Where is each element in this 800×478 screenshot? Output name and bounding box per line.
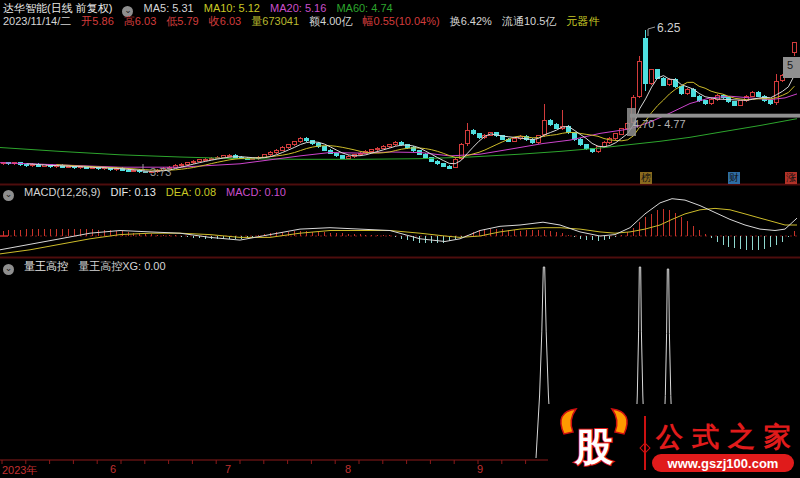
symbol-title: 达华智能(日线 前复权)	[3, 2, 112, 14]
quote-close: 收6.03	[209, 15, 241, 27]
price-high-annotation: 6.25	[657, 21, 680, 35]
quote-volume: 量673041	[251, 15, 299, 27]
x-axis-label: 7	[225, 463, 231, 475]
chart-application: 达华智能(日线 前复权) ⌄ MA5: 5.31 MA10: 5.12 MA20…	[0, 0, 800, 478]
macd-histogram	[0, 209, 800, 249]
tab-badge-rank[interactable]: 榜	[640, 172, 652, 184]
tab-badge-rise[interactable]: 涨	[785, 172, 797, 184]
ma5-value: MA5: 5.31	[144, 2, 194, 14]
quote-low: 低5.79	[166, 15, 198, 27]
quote-float: 流通10.5亿	[502, 15, 556, 27]
site-watermark: 股公式之家www.gszj100.com	[548, 404, 800, 478]
signal-indicator-name: 量王高控	[24, 260, 68, 272]
tab-badge-finance[interactable]: 财	[728, 172, 740, 184]
macd-dif-value: DIF: 0.13	[111, 186, 156, 198]
site-name: 公式之家	[655, 422, 800, 452]
dea-line	[0, 208, 797, 254]
logo-character: 股	[574, 426, 613, 468]
ma20-line	[0, 94, 797, 167]
edge-gap-annotation: 5	[787, 59, 793, 71]
quote-turnover: 换6.42%	[450, 15, 492, 27]
x-axis-label: 6	[110, 463, 116, 475]
macd-pane-header: ⌄ MACD(12,26,9) DIF: 0.13 DEA: 0.08 MACD…	[3, 186, 293, 201]
ma20-value: MA20: 5.16	[270, 2, 326, 14]
bull-logo: 股公式之家www.gszj100.com	[548, 404, 800, 478]
collapse-macd-pane-icon[interactable]: ⌄	[3, 190, 14, 201]
dif-line	[0, 199, 797, 250]
x-axis-label: 8	[345, 463, 351, 475]
quote-date: 2023/11/14/二	[3, 15, 71, 27]
quote-industry: 元器件	[566, 15, 599, 27]
macd-dea-value: DEA: 0.08	[166, 186, 216, 198]
macd-hist-value: MACD: 0.10	[226, 186, 286, 198]
x-axis-label: 2023年	[2, 463, 37, 478]
ma10-value: MA10: 5.12	[204, 2, 260, 14]
gap-range-annotation: 4.70 - 4.77	[633, 118, 686, 130]
price-low-annotation: 3.73	[150, 166, 171, 178]
quote-amount: 额4.00亿	[309, 15, 352, 27]
quote-change: 幅0.55(10.04%)	[363, 15, 440, 27]
signal-indicator-value: 量王高控XG: 0.00	[78, 260, 165, 272]
quote-open: 开5.86	[81, 15, 113, 27]
ma60-value: MA60: 4.74	[336, 2, 392, 14]
collapse-signal-pane-icon[interactable]: ⌄	[3, 264, 14, 275]
x-axis-label: 9	[477, 463, 483, 475]
quote-info-bar: 2023/11/14/二 开5.86 高6.03 低5.79 收6.03 量67…	[3, 14, 606, 29]
signal-pane-header: ⌄ 量王高控 量王高控XG: 0.00	[3, 259, 173, 275]
macd-indicator-name: MACD(12,26,9)	[24, 186, 100, 198]
site-url: www.gszj100.com	[667, 456, 779, 471]
quote-high: 高6.03	[124, 15, 156, 27]
